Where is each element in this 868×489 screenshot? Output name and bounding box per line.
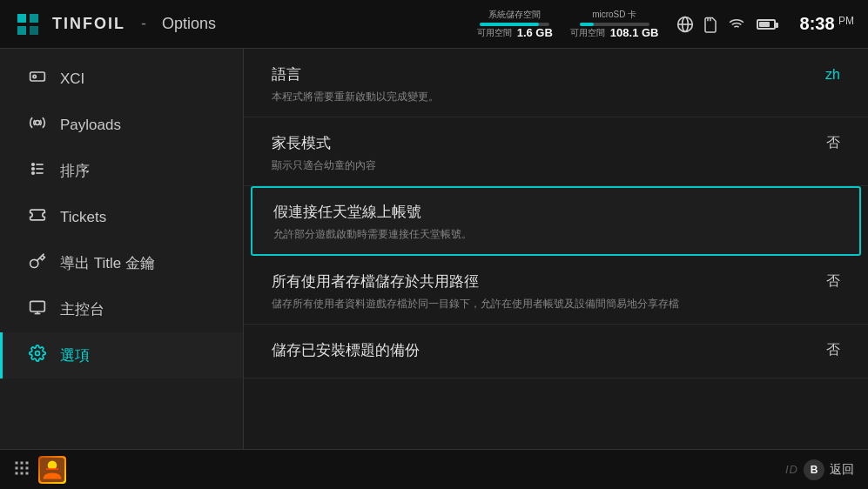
time-ampm: PM	[838, 15, 854, 27]
sd-storage-size: 108.1 GB	[610, 26, 659, 39]
setting-parental-desc: 顯示只適合幼童的內容	[272, 158, 840, 173]
sidebar-label-xci: XCI	[60, 70, 84, 88]
setting-fake-connect-row: 假連接任天堂線上帳號	[273, 202, 838, 222]
sidebar-item-options[interactable]: 選項	[0, 332, 243, 378]
setting-parental-title: 家長模式	[272, 133, 331, 153]
setting-language[interactable]: 語言 zh 本程式將需要重新啟動以完成變更。	[244, 49, 868, 117]
back-label: 返回	[830, 462, 854, 478]
sidebar-item-export-title[interactable]: 導出 Title 金鑰	[0, 240, 243, 286]
setting-shared-saves-value: 否	[826, 272, 840, 291]
sd-storage-row: 可用空間 108.1 GB	[570, 26, 659, 39]
setting-shared-saves-row: 所有使用者存檔儲存於共用路徑 否	[272, 271, 840, 291]
sidebar-item-payloads[interactable]: Payloads	[0, 102, 243, 148]
svg-rect-31	[21, 472, 24, 474]
globe-icon	[676, 16, 694, 33]
sd-card-icon	[703, 16, 718, 33]
setting-parental-value: 否	[826, 134, 840, 152]
back-button-label: B	[811, 464, 818, 476]
sidebar-label-payloads: Payloads	[60, 117, 121, 134]
svg-rect-20	[30, 301, 45, 311]
wifi-icon	[727, 17, 746, 32]
system-storage-size: 1.6 GB	[517, 26, 553, 39]
watermark: ID	[785, 463, 798, 476]
svg-rect-28	[21, 466, 24, 469]
setting-parental-row: 家長模式 否	[272, 133, 840, 153]
system-storage-label: 系統儲存空間	[488, 9, 541, 21]
svg-point-12	[36, 121, 40, 125]
sd-storage-bar-fill	[580, 23, 594, 26]
setting-fake-connect[interactable]: 假連接任天堂線上帳號 允許部分遊戲啟動時需要連接任天堂帳號。	[251, 186, 861, 256]
time-display: 8:38 PM	[793, 14, 854, 34]
payloads-icon	[27, 114, 48, 136]
system-storage-bar-fill	[480, 23, 539, 26]
sidebar-item-console[interactable]: 主控台	[0, 286, 243, 332]
avatar	[38, 456, 66, 484]
svg-rect-0	[17, 14, 26, 23]
system-storage: 系統儲存空間 可用空間 1.6 GB	[477, 9, 553, 39]
content[interactable]: 語言 zh 本程式將需要重新啟動以完成變更。 家長模式 否 顯示只適合幼童的內容…	[244, 49, 868, 449]
svg-point-15	[32, 172, 35, 175]
svg-rect-2	[17, 26, 26, 35]
header-icons	[676, 16, 776, 33]
svg-point-19	[30, 259, 38, 267]
console-icon	[27, 298, 48, 320]
setting-language-value: zh	[825, 67, 840, 83]
setting-backup-installed[interactable]: 儲存已安裝標題的備份 否	[244, 325, 868, 378]
sd-storage-label: microSD 卡	[592, 9, 636, 21]
system-storage-row: 可用空間 1.6 GB	[477, 26, 553, 39]
time-value: 8:38	[800, 14, 835, 33]
tickets-icon	[27, 206, 48, 228]
svg-rect-27	[16, 466, 18, 469]
setting-language-row: 語言 zh	[272, 64, 840, 84]
tinfoil-logo-icon	[14, 10, 42, 38]
svg-rect-1	[30, 14, 38, 23]
sidebar-item-sort[interactable]: 排序	[0, 148, 243, 194]
system-storage-bar	[480, 23, 549, 26]
header-left: TINFOIL - Options	[14, 10, 216, 38]
svg-rect-26	[26, 461, 29, 464]
svg-rect-30	[16, 472, 18, 474]
svg-rect-29	[26, 466, 29, 469]
svg-rect-3	[30, 26, 38, 35]
sidebar: XCI Payloads	[0, 49, 244, 449]
sidebar-label-tickets: Tickets	[60, 209, 106, 226]
sd-storage-bar	[580, 23, 649, 26]
sidebar-item-tickets[interactable]: Tickets	[0, 194, 243, 240]
svg-point-13	[32, 164, 35, 166]
options-icon	[27, 345, 48, 366]
svg-point-23	[36, 352, 40, 356]
sd-storage: microSD 卡 可用空間 108.1 GB	[570, 9, 659, 39]
sd-storage-avail-label: 可用空間	[570, 27, 605, 39]
page-title: Options	[162, 15, 216, 33]
setting-shared-saves[interactable]: 所有使用者存檔儲存於共用路徑 否 儲存所有使用者資料遊戲存檔於同一目錄下，允許在…	[244, 256, 868, 325]
sidebar-label-export-title: 導出 Title 金鑰	[60, 253, 155, 273]
setting-fake-connect-title: 假連接任天堂線上帳號	[273, 202, 421, 222]
setting-parental[interactable]: 家長模式 否 顯示只適合幼童的內容	[244, 117, 868, 186]
sort-icon	[27, 160, 48, 182]
svg-rect-32	[26, 472, 29, 474]
setting-backup-installed-title: 儲存已安裝標題的備份	[272, 340, 420, 360]
app-name: TINFOIL	[52, 15, 125, 33]
header-separator: -	[141, 15, 146, 33]
sidebar-item-xci[interactable]: XCI	[0, 56, 243, 102]
footer: ID B 返回	[0, 449, 868, 489]
setting-shared-saves-title: 所有使用者存檔儲存於共用路徑	[272, 271, 479, 291]
svg-rect-35	[46, 468, 58, 470]
grid-icon	[14, 460, 30, 479]
svg-point-14	[32, 168, 35, 171]
setting-fake-connect-desc: 允許部分遊戲啟動時需要連接任天堂帳號。	[273, 227, 838, 242]
setting-language-desc: 本程式將需要重新啟動以完成變更。	[272, 90, 840, 104]
svg-rect-25	[21, 461, 24, 464]
setting-backup-installed-value: 否	[826, 341, 840, 359]
setting-shared-saves-desc: 儲存所有使用者資料遊戲存檔於同一目錄下，允許在使用者帳號及設備間簡易地分享存檔	[272, 297, 840, 311]
sidebar-label-sort: 排序	[60, 161, 90, 181]
back-button[interactable]: B	[804, 459, 824, 480]
svg-rect-24	[16, 461, 18, 464]
sidebar-label-options: 選項	[60, 345, 90, 365]
footer-left	[14, 456, 66, 484]
setting-backup-installed-row: 儲存已安裝標題的備份 否	[272, 340, 840, 360]
key-icon	[27, 252, 48, 274]
header-right: 系統儲存空間 可用空間 1.6 GB microSD 卡 可用空間 108.1 …	[477, 9, 854, 39]
battery-icon	[757, 19, 776, 30]
xci-icon	[27, 68, 48, 90]
